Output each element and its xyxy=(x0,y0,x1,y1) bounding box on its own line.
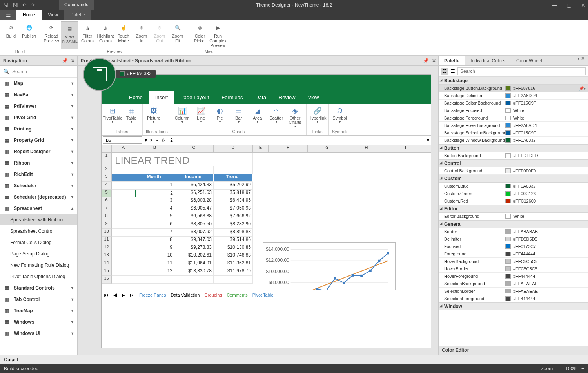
sheet-tab-home[interactable]: Home xyxy=(123,91,149,104)
nav-scheduler-deprecated-[interactable]: ▦Scheduler (deprecated) xyxy=(0,191,77,203)
sheet-ribbon-other-charts[interactable]: ◈Other Charts▾ xyxy=(287,106,303,129)
palette-row[interactable]: SelectionForeground#FF444444 xyxy=(439,295,588,302)
nav-printing[interactable]: ▦Printing xyxy=(0,123,77,134)
color-editor-header[interactable]: Color Editor xyxy=(439,346,588,355)
sheet-ribbon-symbol[interactable]: ΩSymbol▾ xyxy=(332,106,348,129)
palette-row[interactable]: SelectionBackground#FFAEAEAE xyxy=(439,280,588,288)
nav-pivot-grid[interactable]: ▦Pivot Grid xyxy=(0,112,77,123)
palette-row[interactable]: Focused#FF0173C7 xyxy=(439,243,588,250)
palette-row[interactable]: HoverForeground#FF444444 xyxy=(439,273,588,280)
palette-row[interactable]: Backstage.Button.Background#FF587816📌▾ xyxy=(439,85,588,92)
palette-group[interactable]: Control xyxy=(439,159,588,167)
nav-spreadsheet-control[interactable]: Spreadsheet Control xyxy=(0,225,77,237)
palette-row[interactable]: Control.Background#FFF0F0F0 xyxy=(439,167,588,175)
sheet-tab-view[interactable]: View xyxy=(302,91,325,104)
ribbon-color-picker[interactable]: ◎ColorPicker xyxy=(191,21,209,49)
view-mode-icon[interactable]: ☷ xyxy=(441,68,448,75)
save-icon[interactable]: 🖫 xyxy=(3,2,9,8)
sheet-ribbon-area[interactable]: ◢Area▾ xyxy=(250,106,265,129)
palette-row[interactable]: Button.Background#FFFDFDFD xyxy=(439,152,588,159)
nav-richedit[interactable]: ▦RichEdit xyxy=(0,168,77,180)
first-icon[interactable]: ⏮ xyxy=(104,292,109,298)
sheet-tab-data[interactable]: Data xyxy=(249,91,272,104)
nav-report-designer[interactable]: ▦Report Designer xyxy=(0,146,77,157)
palette-row[interactable]: Backstage.Delimiter#FF2A8DD4 xyxy=(439,92,588,100)
nav-spreadsheet-with-ribbon[interactable]: Spreadsheet with Ribbon xyxy=(0,214,77,225)
palette-group[interactable]: General xyxy=(439,220,588,228)
color-picker-lens[interactable] xyxy=(83,58,116,91)
ribbon-zoom-fit[interactable]: 🔍ZoomFit xyxy=(169,21,186,49)
palette-row[interactable]: Border#FFABABAB xyxy=(439,228,588,235)
palette-tab[interactable]: Palette xyxy=(439,56,465,65)
palette-row[interactable]: SelectionBorder#FFAEAEAE xyxy=(439,288,588,295)
close-panel-icon[interactable]: ✕ xyxy=(71,58,75,63)
sheet-ribbon-picture[interactable]: 🖼Picture▾ xyxy=(146,106,162,129)
next-icon[interactable]: ▶ xyxy=(122,292,125,298)
nav-pivot-table-options-dialog[interactable]: Pivot Table Options Dialog xyxy=(0,271,77,282)
sheet-ribbon-table[interactable]: ▦Table▾ xyxy=(123,106,139,129)
sheet-bottom-tab[interactable]: Grouping xyxy=(204,293,222,297)
sheet-ribbon-pivottable[interactable]: ⊞PivotTable▾ xyxy=(105,106,120,129)
palette-row[interactable]: Delimiter#FFD5D5D5 xyxy=(439,235,588,243)
pin-icon[interactable]: 📌 xyxy=(62,58,68,63)
col-head[interactable] xyxy=(102,145,112,152)
zoom-out-icon[interactable]: — xyxy=(557,366,561,371)
col-head[interactable]: B xyxy=(135,145,174,152)
nav-format-cells-dialog[interactable]: Format Cells Dialog xyxy=(0,237,77,248)
col-head[interactable]: D xyxy=(214,145,253,152)
sheet-tab-review[interactable]: Review xyxy=(272,91,302,104)
nav-tab-control[interactable]: ▦Tab Control xyxy=(0,293,77,305)
palette-search[interactable] xyxy=(457,67,586,75)
chart[interactable]: $0.00$2,000.00$4,000.00$6,000.00$8,000.0… xyxy=(263,242,396,290)
sheet-ribbon-line[interactable]: 📈Line▾ xyxy=(193,106,209,129)
nav-spreadsheet[interactable]: ▦Spreadsheet xyxy=(0,203,77,214)
palette-row[interactable]: Foreground#FF444444 xyxy=(439,250,588,258)
palette-group[interactable]: Custom xyxy=(439,175,588,183)
sheet-tab-insert[interactable]: Insert xyxy=(149,91,174,104)
col-head[interactable]: F xyxy=(269,145,308,152)
sheet-tab-page-layout[interactable]: Page Layout xyxy=(174,91,215,104)
sheet-ribbon-pie[interactable]: ◐Pie▾ xyxy=(212,106,228,129)
prev-icon[interactable]: ◀ xyxy=(113,292,117,298)
col-head[interactable]: A xyxy=(112,145,135,152)
sheet-bottom-tab[interactable]: Comments xyxy=(227,293,248,297)
palette-tab[interactable]: Color Wheel xyxy=(511,56,548,65)
commands-tab[interactable]: Commands xyxy=(59,0,94,10)
col-head[interactable]: E xyxy=(253,145,269,152)
palette-group[interactable]: Editor xyxy=(439,205,588,213)
col-head[interactable]: C xyxy=(174,145,214,152)
nav-treemap[interactable]: ▦TreeMap xyxy=(0,305,77,316)
nav-search[interactable]: 🔍 Search xyxy=(0,66,77,78)
minimize-icon[interactable]: — xyxy=(552,2,557,8)
nav-property-grid[interactable]: ▦Property Grid xyxy=(0,134,77,146)
palette-row[interactable]: Backstage.HoverBackground#FF2A8AD4 xyxy=(439,122,588,129)
undo-icon[interactable]: ↶ xyxy=(22,2,27,8)
fx-icon[interactable]: fx xyxy=(162,138,165,143)
col-head[interactable]: H xyxy=(347,145,386,152)
palette-row[interactable]: Backstage.Window.Background#FF0A6332 xyxy=(439,137,588,144)
ribbon-run-complex-preview[interactable]: ▶RunComplex Preview xyxy=(209,21,227,49)
palette-row[interactable]: HoverBorder#FFC5C5C5 xyxy=(439,265,588,273)
palette-row[interactable]: Backstage.Editor.Background#FF015C9F xyxy=(439,100,588,107)
ribbon-publish[interactable]: 🌐Publish xyxy=(20,21,38,49)
close-icon[interactable]: ✕ xyxy=(581,2,586,8)
ribbon-highlight-colors[interactable]: ◭HighlightColors xyxy=(97,21,114,49)
sheet-tab-formulas[interactable]: Formulas xyxy=(215,91,249,104)
palette-row[interactable]: Custom.Red#FFC12600 xyxy=(439,197,588,205)
sheet-ribbon-hyperlink[interactable]: 🔗Hyperlink▾ xyxy=(310,106,325,129)
zoom-in-icon[interactable]: + xyxy=(581,366,584,371)
col-head[interactable]: I xyxy=(386,145,425,152)
ribbon-zoom-out[interactable]: ⊖ZoomOut xyxy=(151,21,168,49)
palette-tab[interactable]: Individual Colors xyxy=(465,56,511,65)
palette-row[interactable]: Editor.BackgroundWhite xyxy=(439,213,588,220)
formula-bar[interactable]: ▾ ✕✓ fx 2 ▾ xyxy=(102,136,431,145)
sheet-bottom-tab[interactable]: Data Validation xyxy=(171,293,200,297)
nav-map[interactable]: ▦Map xyxy=(0,78,77,89)
nav-new-formatting-rule-dialog[interactable]: New Formatting Rule Dialog xyxy=(0,259,77,271)
palette-group[interactable]: Window xyxy=(439,302,588,310)
last-icon[interactable]: ⏭ xyxy=(130,292,134,298)
ribbon-view-in-xaml[interactable]: ▤Viewin XAML xyxy=(61,21,78,49)
nav-windows-ui[interactable]: ▦Windows UI xyxy=(0,328,77,339)
palette-row[interactable]: Backstage.FocusedWhite xyxy=(439,107,588,114)
tab-palette[interactable]: Palette xyxy=(64,10,91,20)
